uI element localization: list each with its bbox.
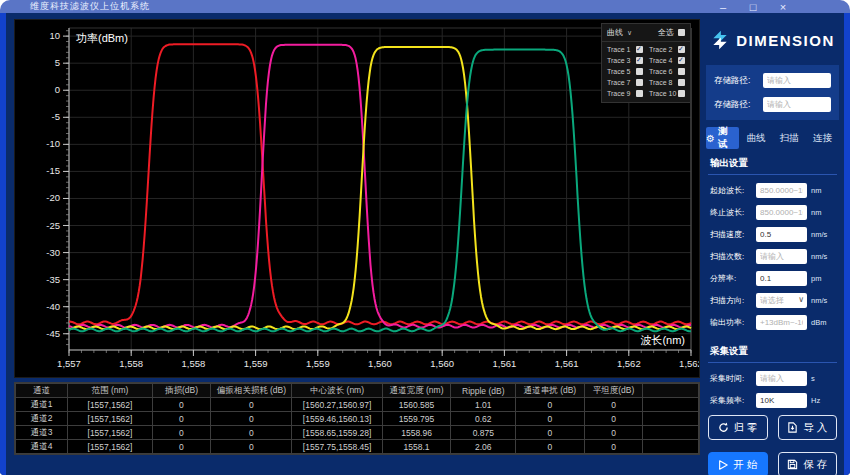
legend-trace-item[interactable]: Trace 8 bbox=[646, 77, 688, 88]
field-scan-direction: 扫描方向: ∨ nm/s bbox=[710, 293, 835, 308]
trace-checkbox[interactable] bbox=[636, 46, 643, 53]
reset-icon bbox=[718, 422, 729, 433]
scan-speed-input[interactable] bbox=[756, 227, 807, 242]
field-label: 扫描方向: bbox=[710, 295, 756, 306]
unit-label: dBm bbox=[807, 318, 835, 327]
field-label: 起始波长: bbox=[710, 185, 756, 196]
unit-label: nm bbox=[807, 208, 835, 217]
chevron-down-icon[interactable]: ∨ bbox=[627, 29, 632, 37]
resolution-input[interactable] bbox=[756, 271, 807, 286]
table-cell: [1557,1562] bbox=[68, 440, 152, 454]
storage-path-row-1: 存储路径: bbox=[714, 73, 831, 88]
screen: 维度科技滤波仪上位机系统 – □ × 1,5571,5581,5581,5591… bbox=[0, 0, 850, 475]
field-label: 输出功率: bbox=[710, 317, 756, 328]
table-cell: 0 bbox=[211, 398, 292, 412]
table-cell: 1.01 bbox=[451, 398, 516, 412]
trace-checkbox[interactable] bbox=[636, 90, 643, 97]
start-button[interactable]: 开 始 bbox=[708, 452, 768, 475]
save-label: 保 存 bbox=[803, 458, 827, 472]
scan-count-input[interactable] bbox=[756, 249, 807, 264]
table-row[interactable]: 通道3[1557,1562]00[1558.65,1559.28]1558.96… bbox=[16, 426, 699, 440]
svg-text:1,557: 1,557 bbox=[57, 358, 81, 369]
table-cell: 0 bbox=[584, 398, 643, 412]
trace-label: Trace 5 bbox=[607, 68, 630, 75]
tab-curve[interactable]: 曲线 bbox=[739, 127, 772, 149]
capture-time-input[interactable] bbox=[756, 371, 807, 386]
trace-checkbox[interactable] bbox=[636, 57, 643, 64]
spectrum-chart: 1,5571,5581,5581,5591,5591,5601,5601,561… bbox=[15, 20, 699, 377]
table-cell: [1558.65,1559.28] bbox=[292, 426, 383, 440]
svg-text:1,558: 1,558 bbox=[119, 358, 143, 369]
start-wavelength-input[interactable] bbox=[756, 183, 807, 198]
legend-trace-item[interactable]: Trace 10 bbox=[646, 88, 688, 99]
unit-label: nm bbox=[807, 186, 835, 195]
table-cell: 0 bbox=[516, 426, 584, 440]
table-cell: 0.62 bbox=[451, 412, 516, 426]
tab-test[interactable]: ⚙ 测 试 bbox=[706, 127, 739, 149]
legend-trace-item[interactable]: Trace 4 bbox=[646, 55, 688, 66]
trace-checkbox[interactable] bbox=[678, 57, 685, 64]
play-icon bbox=[718, 460, 728, 470]
trace-checkbox[interactable] bbox=[678, 79, 685, 86]
scan-direction-select[interactable] bbox=[756, 293, 807, 308]
table-cell: 2.06 bbox=[451, 440, 516, 454]
legend-trace-item[interactable]: Trace 1 bbox=[604, 44, 646, 55]
field-scan-speed: 扫描速度: nm/s bbox=[710, 227, 835, 242]
legend-trace-item[interactable]: Trace 6 bbox=[646, 66, 688, 77]
storage-path-panel: 存储路径: 存储路径: bbox=[706, 65, 839, 120]
save-button[interactable]: 保 存 bbox=[778, 452, 838, 475]
trace-checkbox[interactable] bbox=[678, 68, 685, 75]
legend-trace-item[interactable]: Trace 9 bbox=[604, 88, 646, 99]
output-settings-title: 输出设置 bbox=[708, 149, 837, 175]
import-button[interactable]: 导 入 bbox=[778, 415, 838, 440]
capture-rate-input[interactable] bbox=[756, 393, 807, 408]
table-cell: 1558.1 bbox=[382, 440, 450, 454]
select-all-checkbox[interactable] bbox=[678, 29, 685, 36]
storage-path-input-2[interactable] bbox=[763, 97, 831, 112]
field-label: 采集频率: bbox=[710, 395, 756, 406]
table-header-cell: 范围 (nm) bbox=[68, 384, 152, 398]
legend-trace-item[interactable]: Trace 5 bbox=[604, 66, 646, 77]
table-row[interactable]: 通道1[1557,1562]00[1560.27,1560.97]1560.58… bbox=[16, 398, 699, 412]
tab-curve-label: 曲线 bbox=[746, 132, 765, 145]
reset-zero-button[interactable]: 归 零 bbox=[708, 415, 768, 440]
svg-text:功率(dBm): 功率(dBm) bbox=[76, 32, 128, 44]
unit-label: nm/s bbox=[807, 230, 835, 239]
svg-text:-5: -5 bbox=[52, 111, 60, 122]
table-header-cell: 插损(dB) bbox=[152, 384, 211, 398]
unit-label: Hz bbox=[807, 396, 835, 405]
spectrum-chart-panel: 1,5571,5581,5581,5591,5591,5601,5601,561… bbox=[14, 19, 700, 378]
close-button[interactable]: × bbox=[768, 1, 798, 13]
trace-checkbox[interactable] bbox=[678, 90, 685, 97]
unit-label: pm bbox=[807, 274, 835, 283]
table-cell: [1557,1562] bbox=[68, 426, 152, 440]
legend-trace-item[interactable]: Trace 7 bbox=[604, 77, 646, 88]
trace-checkbox[interactable] bbox=[678, 46, 685, 53]
settings-form: 输出设置 起始波长: nm 终止波长: nm 扫描速度: nm/s bbox=[706, 149, 839, 415]
trace-label: Trace 8 bbox=[649, 79, 672, 86]
table-cell: [1557,1562] bbox=[68, 398, 152, 412]
storage-path-input-1[interactable] bbox=[763, 73, 831, 88]
trace-checkbox[interactable] bbox=[636, 68, 643, 75]
legend-trace-item[interactable]: Trace 2 bbox=[646, 44, 688, 55]
table-cell: 1559.795 bbox=[382, 412, 450, 426]
stop-wavelength-input[interactable] bbox=[756, 205, 807, 220]
svg-text:-10: -10 bbox=[46, 138, 60, 149]
field-resolution: 分辨率: pm bbox=[710, 271, 835, 286]
legend-trace-item[interactable]: Trace 3 bbox=[604, 55, 646, 66]
table-row[interactable]: 通道2[1557,1562]00[1559.46,1560.13]1559.79… bbox=[16, 412, 699, 426]
table-cell: 0 bbox=[584, 412, 643, 426]
output-power-input[interactable] bbox=[756, 315, 807, 330]
svg-text:0: 0 bbox=[55, 84, 60, 95]
results-table-panel: 通道范围 (nm)插损(dB)偏振相关损耗 (dB)中心波长 (nm)通道宽度 … bbox=[14, 382, 700, 455]
svg-text:1,561: 1,561 bbox=[555, 358, 579, 369]
table-row[interactable]: 通道4[1557,1562]00[1557.75,1558.45]1558.12… bbox=[16, 440, 699, 454]
maximize-button[interactable]: □ bbox=[738, 1, 768, 13]
trace-checkbox[interactable] bbox=[636, 79, 643, 86]
tab-scan[interactable]: 扫描 bbox=[773, 127, 806, 149]
minimize-button[interactable]: – bbox=[708, 1, 738, 13]
unit-label: nm/s bbox=[807, 296, 835, 305]
tab-connect[interactable]: 连接 bbox=[806, 127, 839, 149]
trace-legend-panel: 曲线 ∨ 全选 Trace 1Trace 2Trace 3Trace 4Trac… bbox=[601, 23, 691, 103]
table-cell: [1559.46,1560.13] bbox=[292, 412, 383, 426]
